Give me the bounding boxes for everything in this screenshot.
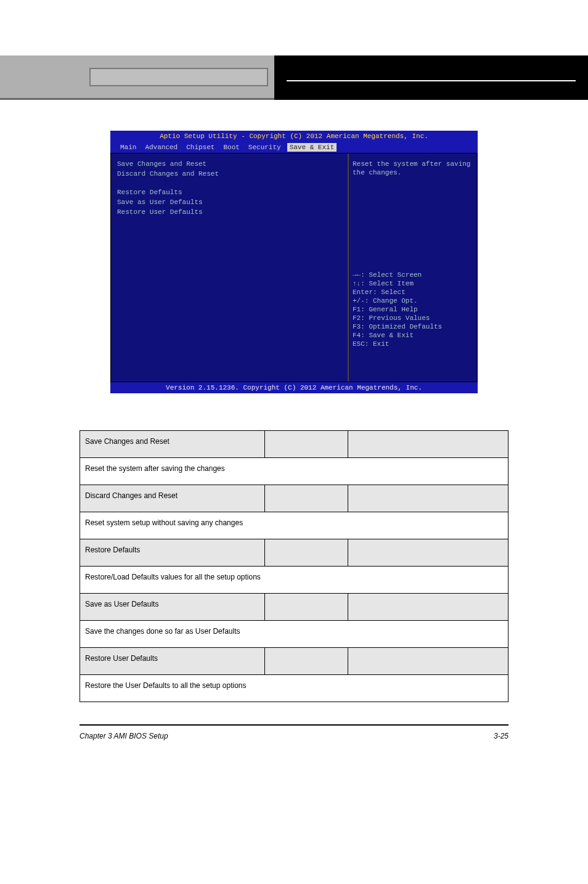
tab-boot[interactable]: Boot [221,143,242,152]
setting-description: Restore/Load Defaults values for all the… [80,567,508,594]
table-row: Restore Defaults [80,539,508,567]
setting-label: Discard Changes and Reset [80,485,265,512]
setting-options [265,648,348,675]
chapter-ref: Chapter 3 AMI BIOS Setup [80,732,168,740]
bios-body: Save Changes and Reset Discard Changes a… [110,153,478,382]
menu-item-discard-reset[interactable]: Discard Changes and Reset [117,170,343,178]
legend-f1: F1: General Help [353,305,473,314]
setting-options [265,485,348,512]
bios-title-bar: Aptio Setup Utility - Copyright (C) 2012… [110,131,478,142]
setting-label: Save as User Defaults [80,594,265,621]
table-row: Save as User Defaults [80,594,508,621]
bios-key-legend: →←: Select Screen ↑↓: Select Item Enter:… [353,271,473,348]
table-row: Restore/Load Defaults values for all the… [80,567,508,594]
setting-label: Restore User Defaults [80,648,265,675]
bios-help-text: Reset the system after saving the change… [353,160,473,271]
legend-change-opt: +/-: Change Opt. [353,297,473,305]
legend-select-screen: →←: Select Screen [353,271,473,279]
setting-summary [348,648,508,675]
menu-gap [117,179,343,188]
table-row: Save the changes done so far as User Def… [80,621,508,648]
setting-options [265,594,348,621]
legend-f4: F4: Save & Exit [353,331,473,340]
tab-advanced[interactable]: Advanced [142,143,180,152]
legend-esc: ESC: Exit [353,340,473,348]
setting-summary [348,485,508,512]
setting-summary [348,594,508,621]
menu-item-restore-user-defaults[interactable]: Restore User Defaults [117,208,343,216]
bios-footer: Version 2.15.1236. Copyright (C) 2012 Am… [110,382,478,393]
legend-f3: F3: Optimized Defaults [353,322,473,331]
footer-rule [80,724,508,726]
bios-menu-panel: Save Changes and Reset Discard Changes a… [111,153,348,382]
table-row: Restore the User Defaults to all the set… [80,675,508,702]
table-row: Save Changes and Reset [80,431,508,458]
legend-select-item: ↑↓: Select Item [353,279,473,288]
tab-main[interactable]: Main [118,143,139,152]
setting-options [265,431,348,458]
legend-f2: F2: Previous Values [353,314,473,322]
setting-label: Save Changes and Reset [80,431,265,458]
menu-item-save-reset[interactable]: Save Changes and Reset [117,160,343,168]
setting-description: Reset system setup without saving any ch… [80,512,508,539]
menu-item-save-user-defaults[interactable]: Save as User Defaults [117,198,343,207]
table-row: Restore User Defaults [80,648,508,675]
setting-label: Restore Defaults [80,539,265,567]
tab-security[interactable]: Security [246,143,284,152]
tab-chipset[interactable]: Chipset [184,143,217,152]
setting-description: Save the changes done so far as User Def… [80,621,508,648]
setting-summary [348,539,508,567]
header-left-pane [0,55,274,100]
table-row: Reset the system after saving the change… [80,458,508,485]
setting-summary [348,431,508,458]
bios-tab-bar: Main Advanced Chipset Boot Security Save… [110,142,478,153]
setting-description: Reset the system after saving the change… [80,458,508,485]
table-row: Reset system setup without saving any ch… [80,512,508,539]
header-right-pane [274,55,588,100]
header-blank-box [89,68,268,86]
bios-screenshot: Aptio Setup Utility - Copyright (C) 2012… [110,131,478,393]
page-header [0,55,588,100]
header-underline [287,80,576,81]
tab-save-exit[interactable]: Save & Exit [287,143,337,152]
table-row: Discard Changes and Reset [80,485,508,512]
setting-description: Restore the User Defaults to all the set… [80,675,508,702]
setting-options [265,539,348,567]
settings-table: Save Changes and Reset Reset the system … [80,430,508,702]
legend-enter: Enter: Select [353,288,473,297]
page-footer: Chapter 3 AMI BIOS Setup 3-25 [80,732,508,740]
bios-help-panel: Reset the system after saving the change… [348,153,477,382]
menu-item-restore-defaults[interactable]: Restore Defaults [117,188,343,197]
page-number: 3-25 [494,732,508,740]
